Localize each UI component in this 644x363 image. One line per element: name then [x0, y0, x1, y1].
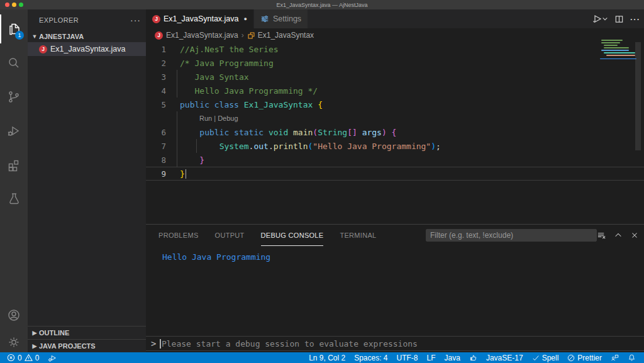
breadcrumb-symbol[interactable]: Ex1_JavaSyntax	[247, 31, 314, 40]
editor-group: J Ex1_JavaSyntax.java ● Settings ···	[146, 9, 644, 352]
editor-tab-bar: J Ex1_JavaSyntax.java ● Settings ···	[146, 9, 644, 28]
feedback-icon[interactable]	[606, 352, 623, 363]
close-panel-icon[interactable]	[630, 231, 639, 240]
code-line-3[interactable]: 3 Java Syntax	[146, 70, 644, 84]
file-item-ex1-javasyntax[interactable]: J Ex1_JavaSyntax.java	[28, 42, 146, 56]
code-line-6[interactable]: 6 public static void main(String[] args)…	[146, 125, 644, 139]
code-line-8[interactable]: 8 }	[146, 153, 644, 167]
chevron-down-icon: ▼	[30, 33, 39, 40]
launch-icon	[48, 354, 57, 362]
accounts-icon[interactable]	[0, 301, 28, 330]
panel-tab-terminal[interactable]: TERMINAL	[340, 225, 376, 246]
breadcrumb-separator: ›	[242, 31, 244, 40]
spell-checker[interactable]: Spell	[528, 352, 564, 363]
folder-ajnestjava[interactable]: ▼ AJNESTJAVA	[28, 30, 146, 42]
java-file-icon: J	[155, 31, 163, 40]
breadcrumb: J Ex1_JavaSyntax.java › Ex1_JavaSyntax	[146, 28, 644, 42]
class-symbol-icon	[247, 31, 255, 40]
maximize-panel-icon[interactable]	[614, 231, 623, 240]
cursor-position[interactable]: Ln 9, Col 2	[304, 352, 350, 363]
file-item-label: Ex1_JavaSyntax.java	[50, 45, 126, 53]
source-control-icon[interactable]	[0, 82, 28, 111]
modified-dot-icon: ●	[244, 16, 247, 22]
titlebar: Ex1_JavaSyntax.java — AjNestJava	[0, 0, 644, 9]
error-icon	[7, 354, 15, 362]
code-line-1[interactable]: 1//Aj.NesT the Series	[146, 42, 644, 56]
code-line-7[interactable]: 7 System.out.println("Hello Java Program…	[146, 139, 644, 153]
window-title: Ex1_JavaSyntax.java — AjNestJava	[276, 2, 367, 8]
java-file-icon: J	[39, 45, 47, 53]
run-java-icon[interactable]	[592, 14, 608, 24]
minimize-window-button[interactable]	[12, 3, 16, 7]
sidebar-title: EXPLORER	[39, 16, 130, 24]
check-icon	[532, 354, 540, 362]
debug-filter-input[interactable]	[426, 229, 597, 242]
debug-console-input[interactable]: > Please start a debug session to evalua…	[146, 336, 644, 351]
java-file-icon: J	[152, 15, 160, 23]
close-window-button[interactable]	[5, 3, 9, 7]
outline-section[interactable]: ▶ OUTLINE	[28, 326, 146, 339]
bottom-panel: PROBLEMSOUTPUTDEBUG CONSOLETERMINAL Hell…	[146, 224, 644, 352]
minimap[interactable]	[600, 38, 638, 65]
code-line-2[interactable]: 2/* Java Programming	[146, 56, 644, 70]
sidebar-header: EXPLORER ···	[28, 9, 146, 30]
window-controls	[5, 3, 23, 7]
run-status[interactable]	[43, 352, 61, 363]
run-debug-icon[interactable]	[0, 116, 28, 145]
repl-placeholder: Please start a debug session to evaluate…	[162, 339, 418, 349]
panel-tab-debug-console[interactable]: DEBUG CONSOLE	[261, 225, 324, 246]
prettier-status[interactable]: Prettier	[563, 352, 606, 363]
notifications-bell-icon[interactable]	[623, 352, 640, 363]
tune-icon	[260, 14, 269, 23]
chevron-right-icon: ▶	[30, 330, 39, 336]
language-mode[interactable]: Java	[440, 352, 465, 363]
explorer-sidebar: EXPLORER ··· ▼ AJNESTJAVA J Ex1_JavaSynt…	[28, 9, 146, 352]
panel-tabs: PROBLEMSOUTPUTDEBUG CONSOLETERMINAL	[158, 225, 376, 246]
thumbs-up-icon	[469, 354, 477, 362]
code-line-9[interactable]: 9}	[146, 167, 644, 181]
status-bar: 0 0 Ln 9, Col 2 Spaces: 4 UTF-8 LF Java …	[0, 352, 644, 363]
panel-tab-problems[interactable]: PROBLEMS	[158, 225, 199, 246]
codelens-run-link[interactable]: Run	[199, 114, 212, 122]
panel-actions	[597, 225, 639, 246]
jdk-runtime[interactable]: JavaSE-17	[482, 352, 528, 363]
breadcrumb-file[interactable]: J Ex1_JavaSyntax.java	[155, 31, 238, 40]
explorer-icon[interactable]: 1	[0, 14, 28, 43]
editor-scrollbar[interactable]	[635, 42, 641, 150]
slash-circle-icon	[567, 354, 575, 362]
text-cursor	[160, 339, 161, 349]
sidebar-more-actions-icon[interactable]: ···	[130, 15, 141, 25]
problems-status[interactable]: 0 0	[3, 352, 43, 363]
more-actions-icon[interactable]: ···	[630, 14, 640, 24]
tab-label: Ex1_JavaSyntax.java	[164, 14, 239, 23]
panel-tab-output[interactable]: OUTPUT	[215, 225, 245, 246]
indentation[interactable]: Spaces: 4	[350, 352, 392, 363]
chevron-right-icon: ▶	[30, 343, 39, 349]
explorer-badge: 1	[15, 31, 24, 40]
search-icon[interactable]	[0, 48, 28, 77]
warning-icon	[25, 354, 33, 362]
codelens-row[interactable]: Run | Debug	[146, 111, 644, 125]
tab-ex1-javasyntax[interactable]: J Ex1_JavaSyntax.java ●	[146, 9, 253, 28]
code-line-4[interactable]: 4 Hello Java Programming */	[146, 84, 644, 98]
chevron-down-icon	[602, 16, 608, 22]
code-lines: 1//Aj.NesT the Series2/* Java Programmin…	[146, 42, 644, 181]
eol-sequence[interactable]: LF	[423, 352, 440, 363]
codelens-debug-link[interactable]: Debug	[218, 114, 238, 122]
activity-bar: 1	[0, 9, 28, 352]
split-editor-icon[interactable]	[614, 14, 624, 24]
extensions-icon[interactable]	[0, 150, 28, 179]
vscode-window: Ex1_JavaSyntax.java — AjNestJava 1	[0, 0, 644, 363]
tab-settings[interactable]: Settings	[253, 9, 308, 28]
code-editor[interactable]: 1//Aj.NesT the Series2/* Java Programmin…	[146, 42, 644, 224]
tab-label: Settings	[273, 14, 301, 23]
java-server-status[interactable]	[465, 352, 482, 363]
testing-icon[interactable]	[0, 184, 28, 213]
code-line-5[interactable]: 5public class Ex1_JavaSyntax {	[146, 98, 644, 111]
editor-actions: ···	[592, 9, 640, 28]
zoom-window-button[interactable]	[19, 3, 23, 7]
encoding[interactable]: UTF-8	[392, 352, 423, 363]
clear-console-icon[interactable]	[597, 231, 606, 240]
repl-prompt-icon: >	[151, 338, 156, 349]
java-projects-section[interactable]: ▶ JAVA PROJECTS	[28, 339, 146, 352]
